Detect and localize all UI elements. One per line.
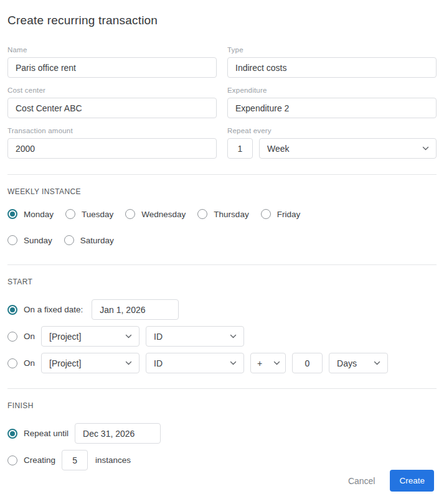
start-on-event-offset-radio[interactable]: On — [7, 358, 35, 368]
start-offset-operator-value: + — [257, 358, 262, 368]
cancel-button[interactable]: Cancel — [348, 476, 376, 486]
weekday-label: Thursday — [214, 210, 248, 219]
start-on-event-row: On [Project] ID — [7, 326, 437, 347]
section-heading-weekly-instance: WEEKLY INSTANCE — [7, 187, 437, 196]
weekday-label: Saturday — [80, 236, 114, 245]
expenditure-label: Expenditure — [227, 86, 437, 94]
radio-icon — [7, 235, 17, 245]
type-input[interactable] — [227, 57, 437, 78]
radio-icon — [64, 235, 74, 245]
start-offset-project-select[interactable]: [Project] — [41, 353, 139, 373]
cost-center-field: Cost center — [7, 86, 217, 118]
start-reference-value: ID — [154, 332, 163, 342]
finish-repeat-until-label: Repeat until — [24, 429, 68, 438]
name-field: Name — [7, 46, 217, 78]
finish-creating-row: Creating instances — [7, 450, 437, 470]
start-offset-reference-select[interactable]: ID — [146, 353, 244, 373]
repeat-interval-input[interactable] — [227, 138, 253, 159]
chevron-down-icon — [374, 361, 380, 365]
repeat-unit-select[interactable]: Week — [259, 138, 437, 159]
start-reference-select[interactable]: ID — [146, 326, 244, 347]
name-input[interactable] — [7, 57, 217, 78]
weekday-radio-wednesday[interactable]: Wednesday — [125, 209, 186, 219]
radio-icon — [7, 358, 17, 368]
form-grid: Name Type Cost center Expenditure Transa… — [7, 46, 437, 159]
section-heading-finish: FINISH — [7, 401, 437, 410]
start-offset-unit-value: Days — [337, 358, 357, 368]
finish-instances-count-input[interactable] — [62, 450, 88, 470]
chevron-down-icon — [422, 146, 429, 151]
start-fixed-date-radio[interactable]: On a fixed date: — [7, 305, 83, 315]
weekday-radio-friday[interactable]: Friday — [261, 209, 301, 219]
type-label: Type — [227, 46, 437, 54]
repeat-every-label: Repeat every — [227, 127, 437, 134]
finish-repeat-until-radio[interactable]: Repeat until — [7, 429, 68, 439]
weekday-radio-tuesday[interactable]: Tuesday — [65, 209, 113, 219]
start-offset-project-value: [Project] — [49, 358, 81, 368]
create-button[interactable]: Create — [390, 470, 434, 492]
cost-center-label: Cost center — [7, 86, 217, 94]
start-offset-amount-input[interactable] — [292, 353, 323, 373]
cost-center-input[interactable] — [7, 98, 217, 118]
start-on-event-radio[interactable]: On — [7, 332, 35, 342]
radio-icon — [125, 209, 135, 219]
divider — [7, 264, 437, 265]
type-field: Type — [227, 46, 437, 78]
start-fixed-date-input[interactable] — [92, 299, 179, 320]
weekday-row-1: Monday Tuesday Wednesday Thursday Friday — [7, 209, 437, 219]
expenditure-input[interactable] — [227, 98, 437, 118]
start-on-event-label: On — [24, 332, 35, 341]
weekday-radio-saturday[interactable]: Saturday — [64, 235, 114, 245]
start-project-select[interactable]: [Project] — [41, 326, 139, 347]
chevron-down-icon — [125, 361, 132, 365]
repeat-unit-value: Week — [267, 144, 290, 154]
chevron-down-icon — [273, 361, 280, 365]
weekday-radio-monday[interactable]: Monday — [7, 209, 54, 219]
chevron-down-icon — [230, 334, 237, 338]
name-label: Name — [7, 46, 217, 54]
chevron-down-icon — [230, 361, 237, 365]
divider — [7, 174, 437, 175]
start-offset-operator-select[interactable]: + — [250, 353, 286, 373]
finish-creating-label: Creating — [24, 455, 55, 465]
radio-icon — [7, 209, 17, 219]
dialog-title: Create recurring transaction — [7, 14, 437, 27]
weekday-label: Monday — [24, 210, 54, 219]
start-section: START On a fixed date: On [Project] ID — [7, 278, 437, 373]
start-offset-reference-value: ID — [154, 358, 163, 368]
start-fixed-date-label: On a fixed date: — [24, 305, 83, 314]
dialog-footer: Cancel Create — [348, 470, 434, 492]
finish-repeat-until-row: Repeat until — [7, 423, 437, 444]
transaction-amount-field: Transaction amount — [7, 127, 217, 159]
transaction-amount-label: Transaction amount — [7, 127, 217, 134]
divider — [7, 388, 437, 389]
weekday-radio-thursday[interactable]: Thursday — [197, 209, 248, 219]
weekday-label: Friday — [277, 210, 301, 219]
start-project-value: [Project] — [49, 332, 81, 342]
radio-icon — [7, 305, 17, 315]
repeat-every-field: Repeat every Week — [227, 127, 437, 159]
chevron-down-icon — [125, 334, 132, 338]
start-on-event-offset-row: On [Project] ID + — [7, 353, 437, 373]
finish-section: FINISH Repeat until Creating instances — [7, 401, 437, 470]
section-heading-start: START — [7, 278, 437, 286]
weekly-instance-section: WEEKLY INSTANCE Monday Tuesday Wednesday… — [7, 187, 437, 245]
finish-creating-radio[interactable]: Creating — [7, 455, 55, 465]
weekday-radio-sunday[interactable]: Sunday — [7, 235, 52, 245]
radio-icon — [7, 332, 17, 342]
start-fixed-date-row: On a fixed date: — [7, 299, 437, 320]
radio-icon — [65, 209, 75, 219]
radio-icon — [7, 455, 17, 465]
expenditure-field: Expenditure — [227, 86, 437, 118]
weekday-label: Wednesday — [141, 210, 186, 219]
start-offset-unit-select[interactable]: Days — [329, 353, 388, 373]
transaction-amount-input[interactable] — [7, 138, 217, 159]
finish-repeat-until-input[interactable] — [75, 423, 161, 444]
weekday-label: Sunday — [24, 236, 52, 245]
weekday-row-2: Sunday Saturday — [7, 235, 437, 245]
weekday-label: Tuesday — [82, 210, 113, 219]
instances-suffix-label: instances — [95, 455, 131, 465]
radio-icon — [261, 209, 271, 219]
create-recurring-transaction-dialog: Create recurring transaction Name Type C… — [0, 0, 444, 470]
radio-icon — [7, 429, 17, 439]
